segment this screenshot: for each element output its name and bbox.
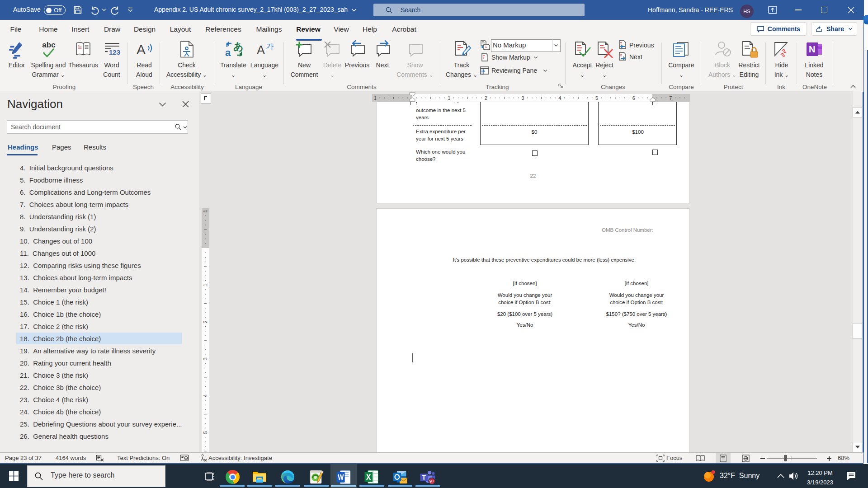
svg-text:5: 5 bbox=[203, 431, 208, 434]
svg-text:가: 가 bbox=[266, 42, 274, 51]
svg-text:9+: 9+ bbox=[429, 479, 434, 483]
svg-text:N: N bbox=[809, 44, 815, 54]
svg-text:2: 2 bbox=[203, 320, 208, 323]
svg-text:4: 4 bbox=[203, 394, 208, 397]
svg-text:1: 1 bbox=[203, 210, 208, 212]
svg-text:あ: あ bbox=[233, 41, 243, 52]
svg-text:1: 1 bbox=[374, 95, 377, 101]
svg-text:a: a bbox=[225, 47, 231, 58]
svg-text:3: 3 bbox=[522, 95, 524, 101]
svg-text:6: 6 bbox=[632, 95, 635, 101]
svg-text:123: 123 bbox=[109, 48, 120, 56]
svg-text:4: 4 bbox=[558, 95, 561, 101]
svg-text:5: 5 bbox=[595, 95, 598, 101]
svg-text:A: A bbox=[257, 43, 265, 57]
svg-text:1: 1 bbox=[448, 95, 450, 101]
svg-text:3: 3 bbox=[203, 357, 208, 360]
svg-text:2: 2 bbox=[485, 95, 487, 101]
svg-text:1: 1 bbox=[203, 284, 208, 286]
svg-text:7: 7 bbox=[669, 95, 672, 101]
svg-text:A: A bbox=[137, 42, 146, 57]
